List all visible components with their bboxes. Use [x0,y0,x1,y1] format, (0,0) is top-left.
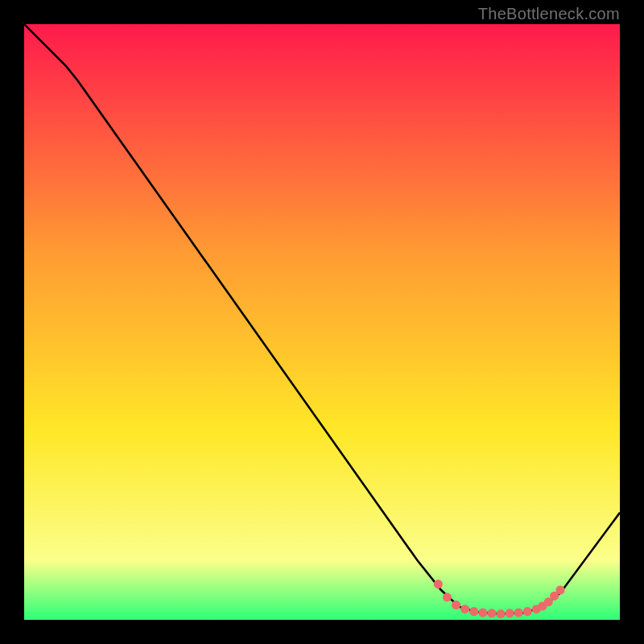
data-point [478,609,487,617]
data-point [555,585,564,594]
data-point [487,609,496,617]
data-point [514,609,523,617]
credit-label: TheBottleneck.com [478,5,620,23]
chart-overlay [24,24,620,620]
bottleneck-curve [24,24,620,614]
data-point [434,580,443,588]
plot-area [24,24,620,620]
data-point [452,601,460,609]
data-point [506,609,514,617]
data-point [460,605,469,613]
data-point [443,592,452,601]
chart-frame: { "credit": "TheBottleneck.com", "colors… [0,0,644,644]
data-point [496,609,505,618]
data-point [523,607,532,616]
data-point [469,607,478,616]
data-points [434,580,565,618]
